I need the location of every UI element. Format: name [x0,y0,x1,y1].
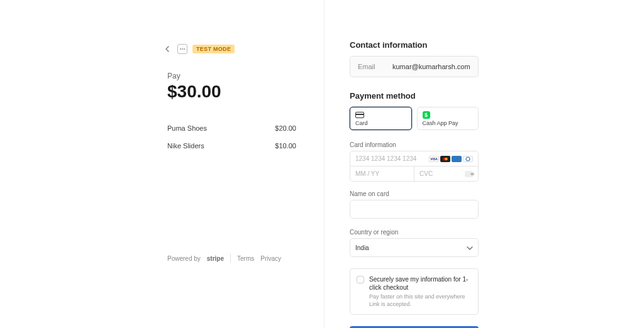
item-name: Nike Sliders [167,142,204,150]
email-label: Email [358,63,392,70]
payment-heading: Payment method [350,91,614,101]
save-info-subtitle: Pay faster on this site and everywhere L… [369,293,472,308]
separator [230,254,231,263]
card-number-input[interactable] [355,155,429,162]
cvc-icon [465,171,473,177]
back-arrow-icon[interactable] [164,45,172,53]
test-mode-badge: TEST MODE [192,45,235,53]
item-price: $20.00 [275,124,296,132]
footer: Powered by stripe Terms Privacy [167,254,281,263]
card-brand-icons: VISA [429,156,473,162]
privacy-link[interactable]: Privacy [260,255,281,262]
summary-panel: TEST MODE Pay $30.00 Puma Shoes $20.00 N… [0,0,325,328]
payment-option-card-label: Card [355,120,406,126]
expiry-input[interactable] [355,170,409,177]
mastercard-icon [440,156,450,162]
svg-point-3 [445,157,448,160]
card-info-label: Card information [350,141,614,148]
payment-option-cashapp-label: Cash App Pay [423,120,474,126]
email-value: kumar@kumarharsh.com [392,63,470,70]
contact-heading: Contact information [350,40,614,50]
country-select[interactable]: India [350,238,479,257]
name-label: Name on card [350,190,614,197]
cvc-input[interactable] [419,170,465,177]
pay-label: Pay [167,72,294,80]
merchant-icon [177,44,187,54]
diners-icon [463,156,473,162]
line-items: Puma Shoes $20.00 Nike Sliders $10.00 [167,119,296,155]
item-price: $10.00 [275,142,296,150]
visa-icon: VISA [429,156,439,162]
terms-link[interactable]: Terms [237,255,254,262]
payment-option-card[interactable]: Card [350,107,412,130]
checkout-form: Contact information Email kumar@kumarhar… [325,0,644,328]
powered-by-label: Powered by [167,255,201,262]
payment-option-cashapp[interactable]: $ Cash App Pay [417,107,479,130]
save-info-box: Securely save my information for 1-click… [350,268,479,315]
country-value: India [355,244,369,251]
card-icon [355,111,406,119]
email-display[interactable]: Email kumar@kumarharsh.com [350,56,479,77]
name-on-card-input[interactable] [355,206,473,213]
name-on-card-wrapper [350,200,479,219]
save-info-checkbox[interactable] [357,276,364,283]
line-item: Puma Shoes $20.00 [167,119,296,137]
card-input-group: VISA [350,151,479,182]
cashapp-icon: $ [423,111,430,119]
header-row: TEST MODE [164,44,294,54]
card-exp-cvc-row [350,167,479,182]
payment-method-selector: Card $ Cash App Pay [350,107,479,130]
amex-icon [452,156,462,162]
stripe-logo: stripe [207,255,224,262]
save-info-title: Securely save my information for 1-click… [369,275,472,292]
card-number-row: VISA [350,151,479,167]
chevron-down-icon [467,243,473,252]
item-name: Puma Shoes [167,124,207,132]
svg-point-4 [466,157,470,161]
line-item: Nike Sliders $10.00 [167,137,296,155]
svg-rect-1 [356,114,364,115]
country-label: Country or region [350,229,614,236]
total-amount: $30.00 [167,82,294,102]
